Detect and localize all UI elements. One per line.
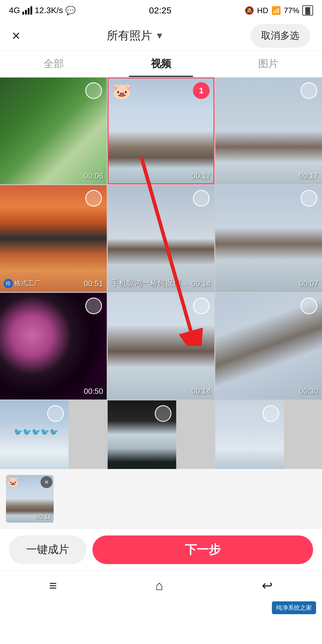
select-circle-11[interactable] [155, 405, 171, 422]
select-circle-7[interactable] [85, 298, 102, 314]
status-left: 4G 12.3K/s 💬 [9, 6, 76, 16]
dropdown-icon: ▼ [155, 31, 164, 41]
signal-bar-1 [22, 12, 24, 15]
signal-bar-3 [28, 8, 30, 15]
grid-item-11[interactable] [108, 400, 176, 469]
battery-icon: ▓ [302, 5, 313, 16]
logo-badge-4: 格 格式工厂 [4, 279, 41, 288]
network-speed: 12.3K/s [35, 6, 63, 15]
grid-item-1[interactable]: 00:06 [0, 78, 107, 184]
tab-photo[interactable]: 图片 [215, 51, 322, 77]
select-circle-9[interactable] [301, 298, 317, 314]
media-grid-wrapper: 00:06 🐷 1 00:17 00:17 格 格式工厂 00:51 手机惊鸿一… [0, 78, 322, 469]
wechat-icon: 💬 [65, 6, 76, 16]
duration-3: 00:17 [299, 171, 318, 181]
select-circle-8[interactable] [193, 298, 210, 314]
bottom-bar: 一键成片 下一步 [0, 529, 322, 570]
grid-item-5[interactable]: 手机惊鸿一桥何况情... 00:14 [108, 185, 214, 292]
select-circle-12[interactable] [262, 405, 279, 422]
signal-bar-2 [25, 10, 27, 15]
header-title-group[interactable]: 所有照片 ▼ [107, 28, 164, 43]
grid-item-8[interactable]: 00:14 [108, 293, 214, 400]
duration-4: 00:51 [84, 279, 103, 288]
select-circle-4[interactable] [85, 190, 102, 207]
tab-video[interactable]: 视频 [107, 51, 215, 77]
select-circle-10[interactable] [47, 405, 64, 422]
album-title: 所有照片 [107, 28, 152, 43]
status-right: 🔕 HD 📶 77% ▓ [244, 5, 313, 16]
duration-8: 00:14 [191, 387, 211, 396]
notification-icon: 🔕 [244, 6, 254, 15]
pig-icon-2: 🐷 [112, 82, 132, 100]
grid-item-6[interactable]: 00:07 [215, 185, 322, 292]
close-button[interactable]: × [12, 29, 20, 43]
duration-6: 00:07 [299, 279, 318, 288]
wifi-icon: 📶 [271, 6, 281, 15]
next-button[interactable]: 下一步 [92, 535, 313, 564]
back-icon[interactable]: ↩ [262, 578, 273, 593]
tab-bar: 全部 视频 图片 [0, 51, 322, 78]
auto-edit-button[interactable]: 一键成片 [9, 535, 86, 564]
preview-item-1[interactable]: 🐷 × 00:17 [6, 475, 54, 523]
preview-remove-button[interactable]: × [41, 476, 52, 488]
duration-5: 手机惊鸿一桥何况情... [111, 278, 188, 288]
menu-icon[interactable]: ≡ [49, 578, 57, 593]
selected-preview-area: 🐷 × 00:17 [0, 469, 322, 529]
select-num-2: 1 [199, 86, 204, 95]
grid-item-12[interactable] [215, 400, 284, 469]
grid-item-3[interactable]: 00:17 [215, 78, 322, 184]
carrier-label: 4G [9, 6, 20, 15]
navigation-bar: ≡ ⌂ ↩ [0, 570, 322, 600]
duration-5b: 00:14 [191, 279, 211, 288]
cancel-multi-button[interactable]: 取消多选 [250, 24, 310, 48]
grid-item-7[interactable]: 00:50 [0, 293, 107, 400]
select-circle-3[interactable] [301, 82, 317, 99]
signal-bars [22, 6, 32, 15]
tab-all[interactable]: 全部 [0, 51, 107, 77]
grid-item-4[interactable]: 格 格式工厂 00:51 [0, 185, 107, 292]
signal-bar-4 [30, 6, 32, 15]
duration-7: 00:50 [84, 387, 103, 396]
hd-label: HD [257, 6, 268, 15]
preview-duration-1: 00:17 [35, 513, 52, 521]
status-bar: 4G 12.3K/s 💬 02:25 🔕 HD 📶 77% ▓ [0, 0, 322, 21]
grid-item-9[interactable]: 00:30 [215, 293, 322, 400]
select-circle-1[interactable] [85, 82, 102, 99]
status-time: 02:25 [149, 5, 171, 16]
preview-pig-icon: 🐷 [7, 476, 19, 487]
select-circle-5[interactable] [193, 190, 210, 207]
select-circle-2[interactable]: 1 [193, 82, 210, 99]
watermark: 纯净系统之家 [272, 601, 316, 614]
duration-9: 00:30 [299, 387, 318, 396]
media-grid: 00:06 🐷 1 00:17 00:17 格 格式工厂 00:51 手机惊鸿一… [0, 78, 322, 469]
header: × 所有照片 ▼ 取消多选 [0, 21, 322, 51]
home-icon[interactable]: ⌂ [155, 578, 163, 593]
duration-2: 00:17 [191, 171, 211, 181]
select-circle-6[interactable] [301, 190, 317, 207]
duration-1: 00:06 [84, 171, 103, 181]
grid-item-2[interactable]: 🐷 1 00:17 [108, 78, 214, 184]
grid-item-10[interactable]: 🐦🐦🐦🐦🐦 [0, 400, 69, 469]
battery-label: 77% [284, 6, 299, 15]
